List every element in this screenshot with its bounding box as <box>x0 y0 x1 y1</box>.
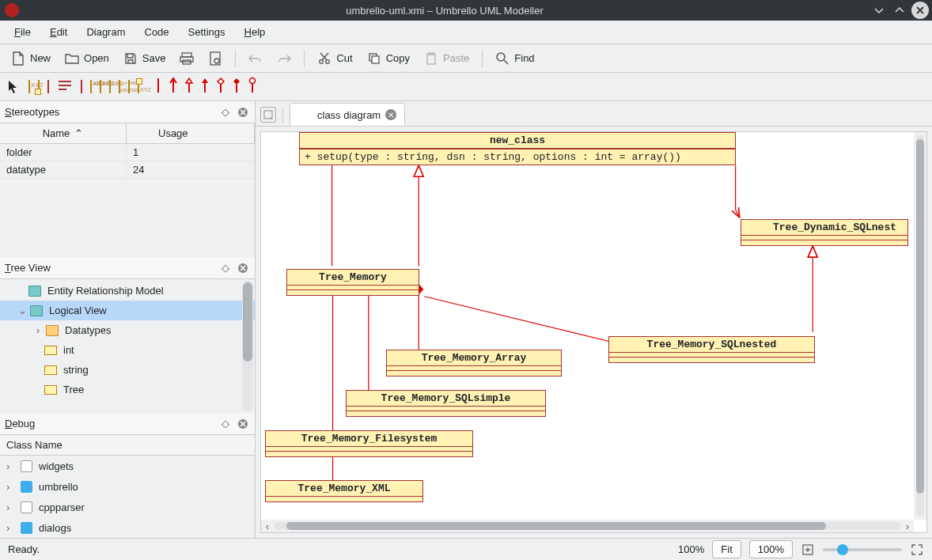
assoc-arrow3-icon[interactable] <box>201 77 209 96</box>
menu-help[interactable]: Help <box>237 23 274 41</box>
diagram-canvas[interactable]: new_class + setup(type : string, dsn : s… <box>261 132 914 520</box>
tab-class-diagram[interactable]: class diagram ✕ <box>290 103 405 126</box>
minimize-button[interactable] <box>870 2 888 19</box>
debug-row-cppparser[interactable]: ›cppparser <box>0 497 255 517</box>
class-tool-5-icon[interactable]: xyzABC <box>119 81 120 93</box>
assoc-arrow1-icon[interactable] <box>169 77 177 96</box>
class-tool-4-icon[interactable]: ABC <box>109 81 111 93</box>
canvas-hscroll[interactable]: ‹ › <box>261 520 914 532</box>
box-tool-2-icon[interactable] <box>47 81 49 93</box>
svg-point-22 <box>250 78 256 84</box>
zoom-fit-button[interactable]: Fit <box>712 540 741 558</box>
col-usage-header[interactable]: Usage <box>127 123 255 143</box>
assoc-diamond1-icon[interactable] <box>217 77 225 96</box>
pane-float-icon[interactable]: ◇ <box>218 261 233 275</box>
debug-row-umbrello[interactable]: ›umbrello <box>0 476 255 497</box>
checkbox-icon[interactable] <box>21 460 32 472</box>
maximize-button[interactable] <box>891 2 908 19</box>
save-label: Save <box>142 52 166 64</box>
assoc-line-icon[interactable] <box>155 77 161 96</box>
paste-button[interactable]: Paste <box>419 48 474 69</box>
scroll-right-icon[interactable]: › <box>901 520 914 532</box>
redo-icon <box>277 51 291 66</box>
assoc-circle-icon[interactable] <box>248 77 256 96</box>
uml-class-tree-memory-sqlnested[interactable]: Tree_Memory_SQLnested <box>608 336 815 363</box>
new-button[interactable]: New <box>6 48 55 69</box>
class-icon <box>44 365 57 375</box>
uml-class-tree-memory-filesystem[interactable]: Tree_Memory_Filesystem <box>265 430 473 457</box>
print-preview-button[interactable] <box>203 48 227 69</box>
assoc-diamond2-icon[interactable] <box>233 77 241 96</box>
col-name-header[interactable]: Name ⌃ <box>0 123 127 143</box>
pane-close-icon[interactable] <box>236 261 250 275</box>
menu-diagram[interactable]: Diagram <box>78 23 133 41</box>
pane-close-icon[interactable] <box>236 417 250 431</box>
uml-class-tree-memory-array[interactable]: Tree_Memory_Array <box>386 350 562 376</box>
scroll-left-icon[interactable]: ‹ <box>261 520 274 532</box>
cut-label: Cut <box>336 52 352 64</box>
assoc-arrow2-icon[interactable] <box>185 77 193 96</box>
menu-edit[interactable]: Edit <box>42 23 75 41</box>
menu-settings[interactable]: Settings <box>180 23 233 41</box>
copy-button[interactable]: Copy <box>362 48 415 69</box>
chevron-right-icon[interactable]: › <box>33 324 43 336</box>
find-button[interactable]: Find <box>491 48 539 69</box>
open-button[interactable]: Open <box>60 48 114 69</box>
zoom-value-button[interactable]: 100% <box>749 540 793 558</box>
pane-float-icon[interactable]: ◇ <box>218 105 233 119</box>
debug-row-dialogs[interactable]: ›dialogs <box>0 517 255 538</box>
class-tool-2-icon[interactable]: ABC <box>90 81 92 93</box>
uml-class-tree-memory-xml[interactable]: Tree_Memory_XML <box>265 480 423 502</box>
print-button[interactable] <box>175 48 199 69</box>
tree-item-string[interactable]: string <box>0 360 255 380</box>
checkbox-checked-icon[interactable] <box>21 522 32 534</box>
table-row[interactable]: datatype 24 <box>0 161 255 179</box>
menu-code[interactable]: Code <box>137 23 177 41</box>
close-button[interactable] <box>911 2 929 19</box>
statusbar: Ready. 100% Fit 100% <box>0 538 932 560</box>
svg-rect-8 <box>372 56 379 63</box>
class-tool-7-icon[interactable]: XYZ <box>138 81 139 93</box>
pane-close-icon[interactable] <box>236 105 250 119</box>
print-icon <box>180 51 194 66</box>
tree-item-int[interactable]: int <box>0 340 255 360</box>
checkbox-icon[interactable] <box>21 501 32 513</box>
uml-class-tree-memory-sqlsimple[interactable]: Tree_Memory_SQLsimple <box>346 390 546 417</box>
new-tab-button[interactable] <box>260 107 276 123</box>
folder-open-icon <box>65 51 79 66</box>
uml-class-tree-memory[interactable]: Tree_Memory <box>286 269 419 296</box>
class-tool-1-icon[interactable] <box>81 81 82 93</box>
canvas-vscroll[interactable] <box>914 132 926 520</box>
uml-class-new_class[interactable]: new_class + setup(type : string, dsn : s… <box>299 132 736 165</box>
checkbox-checked-icon[interactable] <box>21 481 32 493</box>
chevron-down-icon[interactable]: ⌄ <box>17 305 27 316</box>
tree-scrollbar[interactable] <box>242 281 253 411</box>
zoom-reset-icon[interactable] <box>801 543 815 557</box>
class-tool-3-icon[interactable]: ABC <box>100 81 101 93</box>
box-tool-1-icon[interactable] <box>38 81 40 93</box>
debug-col-header[interactable]: Class Name <box>0 435 255 456</box>
tabbar: class diagram ✕ <box>256 101 932 127</box>
table-row[interactable]: folder 1 <box>0 144 255 161</box>
cut-button[interactable]: Cut <box>313 48 357 69</box>
redo-button[interactable] <box>272 48 296 69</box>
uml-class-tree-dynamic-sqlnest[interactable]: Tree_Dynamic_SQLnest <box>741 219 908 246</box>
tree-item-datatypes[interactable]: › Datatypes <box>0 320 255 340</box>
text-tool-icon[interactable] <box>57 79 73 94</box>
tree-item-erm[interactable]: Entity Relationship Model <box>0 281 255 301</box>
class-tool-6-icon[interactable]: ABCDEF <box>128 81 130 93</box>
debug-row-widgets[interactable]: ›widgets <box>0 456 255 476</box>
pane-float-icon[interactable]: ◇ <box>218 417 233 431</box>
new-label: New <box>30 52 51 64</box>
undo-button[interactable] <box>244 48 267 69</box>
tab-close-icon[interactable]: ✕ <box>385 109 396 120</box>
note-tool-icon[interactable]: XYZ <box>28 81 30 93</box>
zoom-slider[interactable] <box>823 548 902 551</box>
fullscreen-icon[interactable] <box>910 543 924 557</box>
menu-file[interactable]: File <box>6 23 39 41</box>
tree-item-tree[interactable]: Tree <box>0 380 255 399</box>
tree-item-logical-view[interactable]: ⌄ Logical View <box>0 301 255 320</box>
pointer-tool-icon[interactable] <box>6 80 21 94</box>
treeview-body[interactable]: Entity Relationship Model ⌄ Logical View… <box>0 279 255 413</box>
save-button[interactable]: Save <box>119 48 171 69</box>
